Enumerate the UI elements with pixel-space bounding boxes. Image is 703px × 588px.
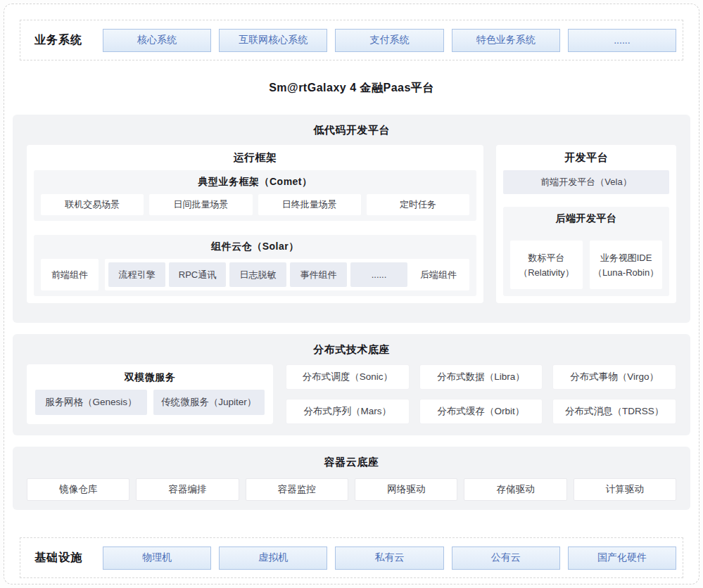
frontend-dev-platform-vela[interactable]: 前端开发平台（Vela） [503,170,669,194]
business-system-more[interactable]: ...... [568,29,676,52]
service-mesh-genesis[interactable]: 服务网格（Genesis） [35,390,147,415]
comet-item-daytime-batch[interactable]: 日间批量场景 [149,194,252,215]
solar-item-frontend-components[interactable]: 前端组件 [41,259,99,290]
relativity-platform-name: 数标平台 [528,250,565,265]
solar-chip-process-engine[interactable]: 流程引擎 [108,262,165,287]
backend-dev-platform-title: 后端开发平台 [510,207,662,231]
architecture-diagram: 业务系统 核心系统 互联网核心系统 支付系统 特色业务系统 ...... Sm@… [4,4,699,584]
comet-item-online-transaction[interactable]: 联机交易场景 [41,194,144,215]
relativity-platform-code: （Relativity） [519,265,574,280]
infra-private-cloud[interactable]: 私有云 [335,547,443,570]
container-base-title: 容器云底座 [27,456,676,469]
distributed-message-tdrss[interactable]: 分布式消息（TDRSS） [552,399,676,424]
solar-warehouse-title: 组件云仓（Solar） [41,235,469,259]
infra-domestic-hardware[interactable]: 国产化硬件 [568,547,676,570]
distributed-data-libra[interactable]: 分布式数据（Libra） [419,364,543,390]
container-item-network-driver[interactable]: 网络驱动 [355,478,457,501]
low-code-platform-section: 低代码开发平台 运行框架 典型业务框架（Comet） 联机交易场景 日间批量场景… [13,115,690,323]
traditional-microservices-jupiter[interactable]: 传统微服务（Jupiter） [153,390,265,415]
luna-robin-ide-box[interactable]: 业务视图IDE （Luna-Robin） [590,241,662,289]
solar-item-backend-components[interactable]: 后端组件 [411,269,466,281]
business-system-special[interactable]: 特色业务系统 [452,29,560,52]
container-item-monitoring[interactable]: 容器监控 [246,478,348,501]
business-system-core[interactable]: 核心系统 [103,29,211,52]
comet-item-scheduled-task[interactable]: 定时任务 [367,194,469,215]
distributed-services-grid: 分布式调度（Sonic） 分布式数据（Libra） 分布式事物（Virgo） 分… [286,364,676,424]
business-systems-row: 业务系统 核心系统 互联网核心系统 支付系统 特色业务系统 ...... [20,20,683,60]
solar-chip-log-masking[interactable]: 日志脱敏 [229,262,286,287]
distributed-cache-orbit[interactable]: 分布式缓存（Orbit） [419,399,543,424]
container-item-storage-driver[interactable]: 存储驱动 [464,478,566,501]
backend-dev-platform-card: 后端开发平台 数标平台 （Relativity） 业务视图IDE （Luna-R… [503,207,669,296]
infra-virtual-machine[interactable]: 虚拟机 [219,547,327,570]
comet-framework-title: 典型业务框架（Comet） [41,170,469,194]
distributed-sequence-mars[interactable]: 分布式序列（Mars） [286,399,410,424]
infrastructure-label: 基础设施 [27,551,95,565]
infra-public-cloud[interactable]: 公有云 [452,547,560,570]
solar-chip-event-components[interactable]: 事件组件 [290,262,347,287]
solar-warehouse-card: 组件云仓（Solar） 前端组件 流程引擎 RPC通讯 日志脱敏 事件组件 ..… [34,235,476,296]
solar-components-strip: 流程引擎 RPC通讯 日志脱敏 事件组件 ...... 后端组件 [105,259,469,290]
distributed-scheduling-sonic[interactable]: 分布式调度（Sonic） [286,364,410,390]
relativity-platform-box[interactable]: 数标平台 （Relativity） [510,241,583,289]
business-systems-label: 业务系统 [27,33,95,48]
low-code-platform-title: 低代码开发平台 [27,124,676,137]
luna-robin-ide-code: （Luna-Robin） [593,265,659,280]
infra-physical-machine[interactable]: 物理机 [103,547,211,570]
dual-mode-microservices-card: 双模微服务 服务网格（Genesis） 传统微服务（Jupiter） [27,364,273,424]
dev-platform-card: 开发平台 前端开发平台（Vela） 后端开发平台 数标平台 （Relativit… [496,145,676,303]
container-item-image-registry[interactable]: 镜像仓库 [27,478,129,501]
dual-mode-microservices-title: 双模微服务 [35,364,265,390]
container-item-orchestration[interactable]: 容器编排 [136,478,239,501]
business-system-internet-core[interactable]: 互联网核心系统 [219,29,327,52]
container-item-compute-driver[interactable]: 计算驱动 [574,478,676,501]
comet-item-endofday-batch[interactable]: 日终批量场景 [258,194,361,215]
dev-platform-title: 开发平台 [503,145,669,170]
container-base-section: 容器云底座 镜像仓库 容器编排 容器监控 网络驱动 存储驱动 计算驱动 [13,447,690,510]
business-system-payment[interactable]: 支付系统 [335,29,443,52]
runtime-framework-title: 运行框架 [34,145,476,170]
page-title: Sm@rtGalaxy 4 金融Paas平台 [13,81,690,96]
distributed-base-title: 分布式技术底座 [27,343,676,357]
distributed-transaction-virgo[interactable]: 分布式事物（Virgo） [552,364,676,390]
runtime-framework-card: 运行框架 典型业务框架（Comet） 联机交易场景 日间批量场景 日终批量场景 … [27,145,483,303]
infrastructure-row: 基础设施 物理机 虚拟机 私有云 公有云 国产化硬件 [20,537,683,578]
distributed-base-section: 分布式技术底座 双模微服务 服务网格（Genesis） 传统微服务（Jupite… [13,334,690,435]
solar-chip-rpc[interactable]: RPC通讯 [169,262,226,287]
comet-framework-card: 典型业务框架（Comet） 联机交易场景 日间批量场景 日终批量场景 定时任务 [34,170,476,221]
solar-chip-more[interactable]: ...... [350,262,407,287]
luna-robin-ide-name: 业务视图IDE [600,250,652,265]
